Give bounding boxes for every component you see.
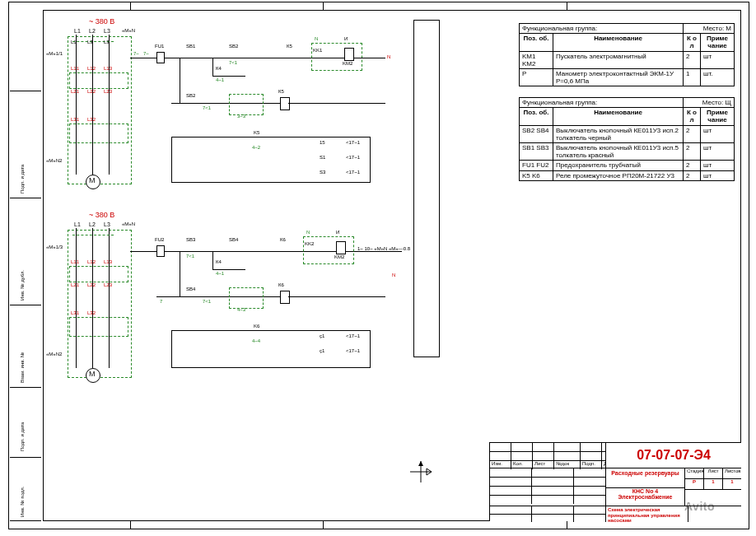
drawing-sheet: Инв. № подл. Подп. и дата Взам. инв. № И… (0, 0, 756, 536)
bus-in: «M»N2 (46, 352, 62, 357)
phase: L2 (89, 28, 96, 34)
wire (76, 228, 77, 368)
node: 4~3 (237, 307, 245, 312)
tb-cell: Листов (723, 468, 741, 478)
strip-l: ç1 (320, 333, 324, 338)
tb-owner: КНС No 4 (606, 488, 684, 494)
node: 7~ (133, 51, 139, 56)
binding-label: Инв. № подл. (20, 487, 25, 517)
td: Предохранитель трубчатый (553, 161, 684, 170)
strip-r: <17~1 (346, 140, 360, 145)
i-label: И (344, 36, 348, 41)
table-row: FU1 FU2 Предохранитель трубчатый 2 шт (520, 161, 735, 170)
km-coil-icon (336, 241, 346, 254)
km-lbl: L32 (87, 310, 96, 315)
km-lbl: L11 (71, 259, 79, 264)
terminal-strip (171, 137, 371, 183)
kk-label: KK2 (305, 241, 314, 246)
node: 7 (160, 299, 162, 304)
fg-loc: Место: М (684, 24, 735, 34)
td: SB2 SB4 (520, 125, 553, 142)
bind-mark (10, 305, 41, 305)
k6-coil-icon (280, 291, 290, 304)
td: Выключатель кнопочный КЕ011У3 исп.2 толк… (553, 125, 684, 142)
td: Реле промежуточное РП20М-21722 У3 (553, 170, 684, 180)
sb-label: SB2 (186, 93, 195, 98)
table-row: KM1 KM2 Пускатель электромагнитный 2 шт (520, 51, 735, 68)
km-label: KM2 (343, 61, 352, 66)
th: К о л (684, 34, 701, 51)
td: 2 (684, 170, 701, 180)
center-separator (413, 20, 440, 357)
tail-label: 1~ 10~ «M»N «M»—0.8 (357, 246, 410, 251)
k4-label: К4 (216, 66, 222, 71)
km-box (69, 266, 128, 282)
bind-mark (10, 387, 41, 388)
wire (212, 269, 245, 270)
td: 2 (684, 51, 701, 68)
td: шт (701, 142, 735, 160)
k-label: К6 (280, 237, 286, 242)
td: 2 (684, 125, 701, 142)
svg-marker-2 (418, 461, 423, 466)
fuse-label: FU2 (155, 237, 164, 242)
thermal-box (69, 317, 128, 337)
bind-mark (10, 198, 41, 198)
td: 2 (684, 161, 701, 170)
km-box (69, 72, 128, 89)
sb-label: SB4 (186, 287, 195, 291)
n-label: N (306, 230, 310, 235)
fuse-icon (156, 52, 165, 63)
n-label: N (315, 36, 318, 41)
wire (212, 58, 213, 76)
strip-l: 15 (320, 140, 325, 145)
th: Приме чание (701, 108, 735, 125)
k-label: K6 (254, 324, 259, 329)
tb-val: 1 (723, 479, 741, 489)
td: Манометр электроконтактный ЭКМ-1У Р=0,6 … (553, 68, 684, 86)
circuit-2: ~ 380 В L1 L2 L3 «M»N «M»1/3 «M»N2 L11 L… (64, 210, 410, 391)
node: 7~ (143, 51, 149, 56)
sb2-box (229, 94, 264, 115)
strip-r: <17~1 (346, 155, 360, 160)
binding-label: Взам. инв. № (20, 352, 25, 383)
bus-in: «M»1/3 (46, 245, 63, 249)
fg-title: Функциональная группа: (520, 98, 684, 108)
th: Наименование (553, 34, 684, 51)
sb4-label: SB4 (229, 237, 238, 242)
k-label: К5 (278, 89, 284, 94)
functional-group-m: Функциональная группа: Место: М Поз. об.… (519, 23, 735, 86)
strip-l: S3 (320, 170, 325, 175)
km-lbl: L22 (87, 282, 96, 287)
wire (92, 228, 93, 368)
phase: L3 (104, 28, 110, 34)
tb-cell: Стадия (685, 468, 704, 478)
power-box (68, 230, 132, 378)
bind-mark (10, 520, 41, 521)
td: Выключатель кнопочный КЕ011У3 исп.5 толк… (553, 142, 684, 160)
bus-in: «M»N2 (46, 158, 62, 163)
td: шт. (701, 68, 735, 86)
phase: L3 (104, 221, 110, 227)
strip-r: <17~1 (346, 170, 360, 175)
wire (109, 228, 110, 368)
phase-sub: L1 (71, 40, 77, 44)
power-label: ~ 380 В (89, 18, 114, 26)
td: FU1 FU2 (520, 161, 553, 170)
node: 7<1 (203, 105, 211, 110)
sb-label: SB1 (186, 44, 195, 49)
tick (567, 2, 567, 10)
fuse-label: FU1 (155, 44, 164, 49)
td: шт (701, 51, 735, 68)
km-lbl: L12 (87, 66, 96, 71)
wire (180, 251, 180, 296)
wire (130, 251, 402, 252)
tick (130, 2, 131, 10)
th: К о л (684, 108, 701, 125)
km-lbl: L13 (104, 259, 112, 264)
motor-icon (86, 368, 100, 383)
km-lbl: L13 (104, 66, 112, 71)
km-lbl: L21 (71, 89, 79, 94)
node: 3~3 (237, 114, 245, 119)
k-label: К5 (287, 44, 292, 49)
